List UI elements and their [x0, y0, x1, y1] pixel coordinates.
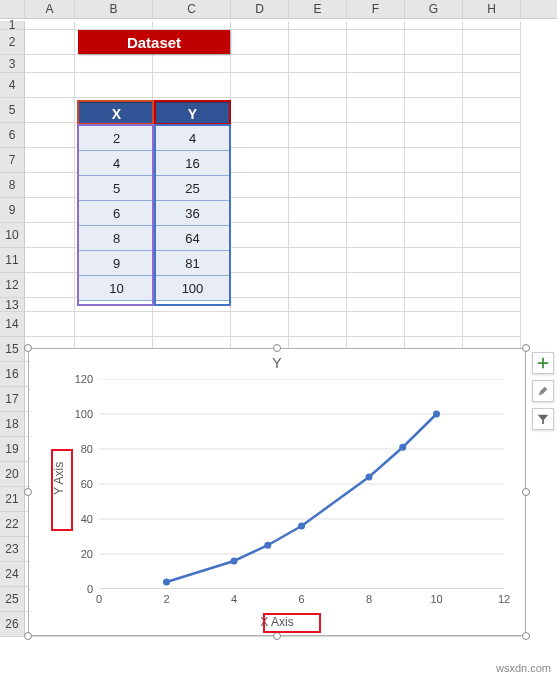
row-header-8[interactable]: 8: [0, 173, 25, 198]
chart-container[interactable]: Y 020406080100120 024681012 Y Axis X Axi…: [28, 348, 526, 636]
row-header-2[interactable]: 2: [0, 30, 25, 55]
row-header-21[interactable]: 21: [0, 487, 25, 512]
row-header-4[interactable]: 4: [0, 73, 25, 98]
chart-resize-handle[interactable]: [24, 344, 32, 352]
row-header-18[interactable]: 18: [0, 412, 25, 437]
plus-icon: [536, 356, 550, 370]
cell-x-3[interactable]: 6: [79, 201, 155, 226]
row-header-20[interactable]: 20: [0, 462, 25, 487]
cell-y-6[interactable]: 100: [155, 276, 231, 301]
col-header-A[interactable]: A: [25, 0, 75, 18]
svg-point-13: [399, 444, 406, 451]
x-axis-label[interactable]: X Axis: [29, 615, 525, 629]
chart-resize-handle[interactable]: [522, 344, 530, 352]
col-header-D[interactable]: D: [231, 0, 289, 18]
cell-x-2[interactable]: 5: [79, 176, 155, 201]
filter-icon: [536, 412, 550, 426]
col-header-B[interactable]: B: [75, 0, 153, 18]
cell-x-6[interactable]: 10: [79, 276, 155, 301]
chart-resize-handle[interactable]: [273, 632, 281, 640]
cell-x-1[interactable]: 4: [79, 151, 155, 176]
cell-x-0[interactable]: 2: [79, 126, 155, 151]
brush-icon: [536, 384, 550, 398]
watermark: wsxdn.com: [496, 662, 551, 674]
row-header-22[interactable]: 22: [0, 512, 25, 537]
cell-y-4[interactable]: 64: [155, 226, 231, 251]
cell-y-5[interactable]: 81: [155, 251, 231, 276]
chart-resize-handle[interactable]: [522, 632, 530, 640]
header-x[interactable]: X: [79, 103, 155, 126]
cell-y-3[interactable]: 36: [155, 201, 231, 226]
row-header-3[interactable]: 3: [0, 55, 25, 73]
row-header-26[interactable]: 26: [0, 612, 25, 637]
row-header-23[interactable]: 23: [0, 537, 25, 562]
chart-resize-handle[interactable]: [24, 488, 32, 496]
chart-resize-handle[interactable]: [24, 632, 32, 640]
row-header-6[interactable]: 6: [0, 123, 25, 148]
y-axis-label[interactable]: Y Axis: [52, 462, 66, 495]
row-header-1[interactable]: 1: [0, 21, 25, 30]
svg-point-8: [163, 579, 170, 586]
svg-point-12: [366, 474, 373, 481]
svg-point-11: [298, 523, 305, 530]
row-header-14[interactable]: 14: [0, 312, 25, 337]
row-header-19[interactable]: 19: [0, 437, 25, 462]
cell-x-4[interactable]: 8: [79, 226, 155, 251]
row-header-5[interactable]: 5: [0, 98, 25, 123]
chart-styles-button[interactable]: [532, 380, 554, 402]
cell-y-1[interactable]: 16: [155, 151, 231, 176]
chart-filters-button[interactable]: [532, 408, 554, 430]
y-axis-ticks: 020406080100120: [71, 379, 97, 589]
column-headers[interactable]: ABCDEFGH: [0, 0, 557, 19]
row-header-24[interactable]: 24: [0, 562, 25, 587]
col-header-H[interactable]: H: [463, 0, 521, 18]
svg-point-10: [264, 542, 271, 549]
plot-area[interactable]: [99, 379, 504, 589]
row-header-15[interactable]: 15: [0, 337, 25, 362]
row-header-12[interactable]: 12: [0, 273, 25, 298]
cell-y-0[interactable]: 4: [155, 126, 231, 151]
col-header-F[interactable]: F: [347, 0, 405, 18]
svg-point-9: [231, 558, 238, 565]
row-header-10[interactable]: 10: [0, 223, 25, 248]
col-header-C[interactable]: C: [153, 0, 231, 18]
header-y[interactable]: Y: [155, 103, 231, 126]
row-header-16[interactable]: 16: [0, 362, 25, 387]
cell-x-5[interactable]: 9: [79, 251, 155, 276]
chart-svg: [99, 379, 504, 589]
chart-resize-handle[interactable]: [522, 488, 530, 496]
row-header-9[interactable]: 9: [0, 198, 25, 223]
chart-side-buttons: [532, 352, 554, 430]
data-table[interactable]: X Y 2441652563686498110100: [78, 102, 231, 301]
row-header-25[interactable]: 25: [0, 587, 25, 612]
col-header-E[interactable]: E: [289, 0, 347, 18]
row-header-11[interactable]: 11: [0, 248, 25, 273]
cell-y-2[interactable]: 25: [155, 176, 231, 201]
col-header-G[interactable]: G: [405, 0, 463, 18]
row-header-17[interactable]: 17: [0, 387, 25, 412]
chart-resize-handle[interactable]: [273, 344, 281, 352]
dataset-title-banner: Dataset: [78, 30, 230, 54]
row-header-13[interactable]: 13: [0, 298, 25, 312]
row-header-7[interactable]: 7: [0, 148, 25, 173]
chart-title[interactable]: Y: [29, 349, 525, 373]
chart-elements-button[interactable]: [532, 352, 554, 374]
row-headers[interactable]: 1234567891011121314151617181920212223242…: [0, 21, 25, 637]
svg-point-14: [433, 411, 440, 418]
